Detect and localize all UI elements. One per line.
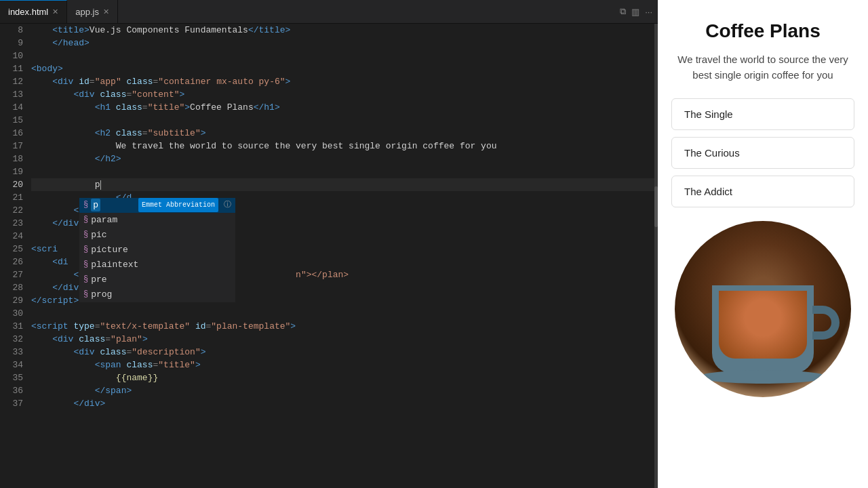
autocomplete-item-p[interactable]: § p Emmet Abbreviation ⓘ	[79, 198, 235, 213]
code-line: <div class="content">	[31, 88, 658, 101]
ac-icon: §	[83, 228, 88, 241]
scrollbar-thumb[interactable]	[654, 186, 658, 227]
ac-icon: §	[83, 243, 88, 256]
autocomplete-item-prog[interactable]: § prog	[79, 287, 235, 302]
code-line: </div>	[31, 397, 658, 410]
code-line: <title>Vue.js Components Fundamentals</t…	[31, 24, 658, 37]
tab-app-close[interactable]: ✕	[103, 8, 109, 16]
ac-badge-emmet: Emmet Abbreviation	[138, 198, 218, 212]
autocomplete-item-plaintext[interactable]: § plaintext	[79, 258, 235, 272]
layout-icon[interactable]: ▥	[631, 7, 639, 17]
code-line	[31, 49, 658, 62]
ac-icon: §	[83, 288, 88, 301]
tab-index-label: index.html	[8, 7, 48, 17]
preview-subtitle: We travel the world to source the very b…	[671, 52, 854, 83]
editor-toolbar: ⧉ ▥ ···	[620, 0, 658, 23]
code-line: <div id="app" class="container mx-auto p…	[31, 75, 658, 88]
scrollbar-track	[654, 24, 658, 488]
ac-item-label: param	[91, 214, 117, 226]
ac-icon: §	[83, 214, 88, 226]
cursor-line[interactable]: p	[31, 178, 658, 191]
cup-outer	[712, 285, 814, 373]
code-line	[31, 165, 658, 178]
code-line: <h2 class="subtitle">	[31, 127, 658, 140]
ac-selected-text: p	[91, 199, 100, 211]
more-actions-icon[interactable]: ···	[645, 7, 652, 17]
code-line	[31, 307, 658, 320]
code-line: <body>	[31, 62, 658, 75]
cup-saucer	[698, 370, 827, 384]
line-numbers: 891011 12131415 16171819 20212223 242526…	[0, 24, 28, 488]
ac-info-icon[interactable]: ⓘ	[224, 199, 231, 211]
ac-item-label: plaintext	[91, 258, 138, 271]
ac-item-label: prog	[91, 288, 112, 301]
autocomplete-item-pre[interactable]: § pre	[79, 272, 235, 287]
tab-app-js[interactable]: app.js ✕	[67, 0, 118, 23]
coffee-cup-image	[675, 221, 851, 397]
editor-panel: index.html ✕ app.js ✕ ⧉ ▥ ··· 891011 121…	[0, 0, 658, 488]
code-line: We travel the world to source the very b…	[31, 140, 658, 152]
ac-icon: §	[83, 273, 88, 286]
code-line: <script type="text/x-template" id="plan-…	[31, 320, 658, 333]
code-line: </span>	[31, 384, 658, 397]
autocomplete-dropdown: § p Emmet Abbreviation ⓘ § param § pic §…	[79, 198, 235, 302]
code-line: </head>	[31, 37, 658, 49]
split-editor-icon[interactable]: ⧉	[620, 6, 626, 17]
code-line: <div class="plan">	[31, 333, 658, 346]
ac-item-label: pic	[91, 228, 106, 241]
code-line: <div class="description">	[31, 346, 658, 359]
plan-card-single[interactable]: The Single	[671, 98, 854, 130]
plan-card-addict[interactable]: The Addict	[671, 176, 854, 207]
cup-inner	[719, 291, 807, 359]
preview-content: Coffee Plans We travel the world to sour…	[658, 0, 868, 397]
tab-bar: index.html ✕ app.js ✕ ⧉ ▥ ···	[0, 0, 658, 24]
autocomplete-item-pic[interactable]: § pic	[79, 228, 235, 243]
code-content[interactable]: <title>Vue.js Components Fundamentals</t…	[28, 24, 658, 488]
code-line	[31, 114, 658, 127]
tab-index-close[interactable]: ✕	[52, 8, 58, 16]
ac-item-label: picture	[91, 243, 128, 256]
code-line: <h1 class="title">Coffee Plans</h1>	[31, 101, 658, 114]
plan-card-curious[interactable]: The Curious	[671, 137, 854, 169]
autocomplete-item-picture[interactable]: § picture	[79, 243, 235, 258]
code-line: <span class="title">	[31, 359, 658, 371]
cup-handle	[812, 306, 840, 340]
ac-icon: §	[83, 258, 88, 271]
tab-index-html[interactable]: index.html ✕	[0, 0, 67, 23]
ac-icon: §	[83, 199, 88, 211]
code-area: 891011 12131415 16171819 20212223 242526…	[0, 24, 658, 488]
code-line: {{name}}	[31, 371, 658, 384]
code-line: </h2>	[31, 152, 658, 165]
ac-item-label: pre	[91, 273, 106, 286]
preview-title: Coffee Plans	[705, 20, 821, 42]
preview-panel: Coffee Plans We travel the world to sour…	[658, 0, 868, 488]
autocomplete-item-param[interactable]: § param	[79, 213, 235, 228]
tab-app-label: app.js	[75, 7, 99, 17]
